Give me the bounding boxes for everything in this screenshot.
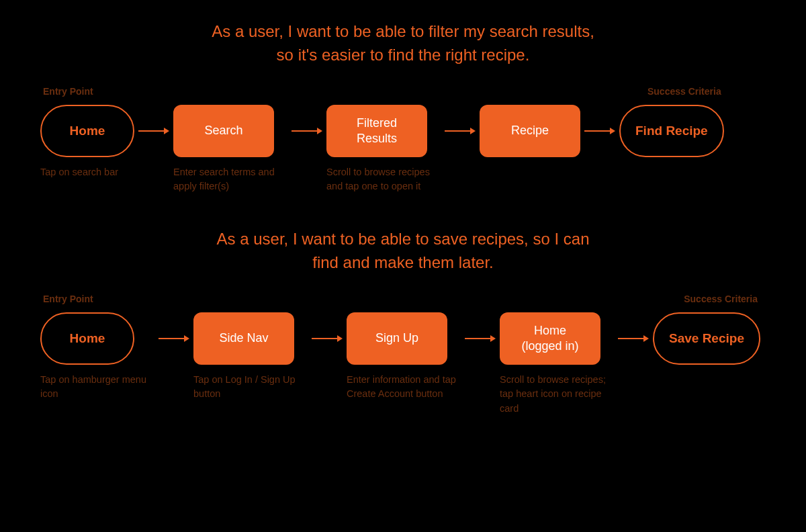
node-row: Sign Up [347,312,461,365]
arrow-cell [154,312,193,365]
flow-row: Entry PointHomeTap on hamburger menu ico… [40,294,766,416]
header-spacer [480,86,580,98]
story-title: As a user, I want to be able to filter m… [168,20,638,67]
step-description: Enter information and tap Create Account… [347,373,461,402]
header-spacer [173,86,287,98]
flow-column: Success CriteriaSave Recipe [653,294,760,365]
flow-column: Home(logged in)Scroll to browse recipes;… [500,294,614,416]
arrow-cell [461,312,500,365]
arrow-right-icon [138,126,169,136]
header-spacer [134,86,173,98]
flow-column: FilteredResultsScroll to browse recipes … [326,86,441,195]
arrow-cell [441,105,480,157]
success-criteria-label: Success Criteria [653,294,760,306]
story-title: As a user, I want to be able to save rec… [168,228,638,275]
flow-step: Side Nav [193,312,294,365]
node-row: Recipe [480,105,580,157]
flow-step: FilteredResults [326,105,427,157]
node-row: Home [40,312,154,365]
arrow-right-icon [584,126,615,136]
flow-column: Entry PointHomeTap on hamburger menu ico… [40,294,154,402]
svg-marker-11 [337,335,343,342]
flow-column: Sign UpEnter information and tap Create … [347,294,461,402]
flow-terminal: Save Recipe [653,312,760,365]
flow-column: Entry PointHomeTap on search bar [40,86,134,180]
node-row: Search [173,105,287,157]
svg-marker-1 [164,128,169,134]
header-spacer [614,294,653,306]
arrow-cell [134,105,173,157]
node-row: Find Recipe [619,105,724,157]
step-description: Tap on hamburger menu icon [40,373,154,402]
header-spacer [154,294,193,306]
arrow-column [441,86,480,157]
arrow-right-icon [312,334,343,343]
flow-column: Success CriteriaFind Recipe [619,86,724,157]
arrow-cell [614,312,653,365]
header-spacer [347,294,461,306]
svg-marker-3 [317,128,322,134]
flow-column: Side NavTap on Log In / Sign Up button [193,294,308,402]
svg-marker-15 [643,335,649,342]
arrow-cell [580,105,619,157]
flow-column: Recipe [480,86,580,157]
arrow-right-icon [618,334,649,343]
arrow-column [580,86,619,157]
step-description: Scroll to browse recipes and tap one to … [326,165,441,195]
header-spacer [461,294,500,306]
arrow-column [134,86,173,157]
flow-terminal: Home [40,105,134,157]
arrow-right-icon [292,126,322,136]
node-row: Side Nav [193,312,308,365]
flow-column: SearchEnter search terms and apply filte… [173,86,287,195]
flow-step: Sign Up [347,312,447,365]
node-row: Home [40,105,134,157]
header-spacer [580,86,619,98]
arrow-right-icon [159,334,189,343]
user-story: As a user, I want to be able to save rec… [40,228,766,416]
header-spacer [193,294,308,306]
arrow-cell [287,105,326,157]
flow-step: Recipe [480,105,580,157]
svg-marker-5 [470,128,476,134]
arrow-right-icon [445,126,476,136]
flow-terminal: Find Recipe [619,105,724,157]
arrow-cell [308,312,347,365]
header-spacer [500,294,614,306]
step-description: Tap on search bar [40,165,134,180]
header-spacer [441,86,480,98]
header-spacer [287,86,326,98]
arrow-column [154,294,193,365]
step-description: Scroll to browse recipes; tap heart icon… [500,373,614,416]
flow-terminal: Home [40,312,134,365]
node-row: Home(logged in) [500,312,614,365]
arrow-column [287,86,326,157]
step-description: Tap on Log In / Sign Up button [193,373,308,402]
flow-row: Entry PointHomeTap on search barSearchEn… [40,86,766,195]
node-row: FilteredResults [326,105,441,157]
user-story: As a user, I want to be able to filter m… [40,20,766,194]
header-spacer [308,294,347,306]
entry-point-label: Entry Point [40,86,134,98]
arrow-column [614,294,653,365]
flow-step: Home(logged in) [500,312,600,365]
header-spacer [326,86,441,98]
entry-point-label: Entry Point [40,294,154,306]
svg-marker-13 [490,335,496,342]
node-row: Save Recipe [653,312,760,365]
success-criteria-label: Success Criteria [619,86,724,98]
flow-step: Search [173,105,274,157]
arrow-column [308,294,347,365]
arrow-right-icon [465,334,496,343]
step-description: Enter search terms and apply filter(s) [173,165,287,195]
arrow-column [461,294,500,365]
svg-marker-9 [184,335,189,342]
svg-marker-7 [610,128,615,134]
